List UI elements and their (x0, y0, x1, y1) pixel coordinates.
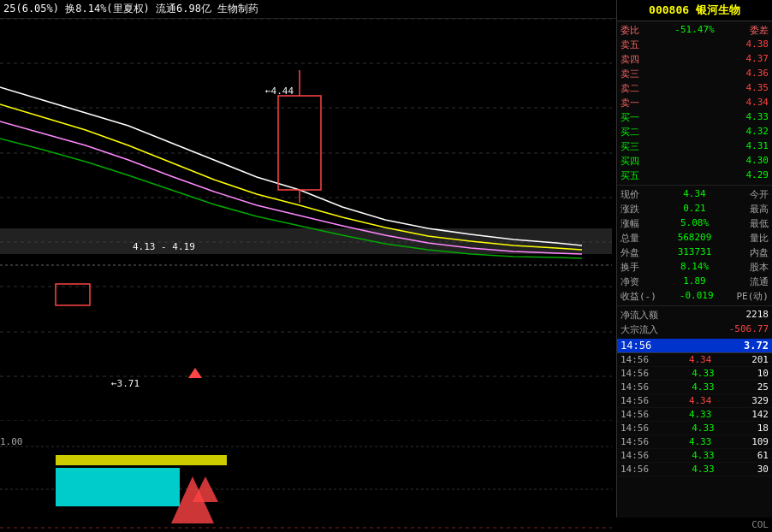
col-label: COL (616, 517, 772, 532)
svg-text:←4.44: ←4.44 (265, 86, 294, 97)
sell3-row: 卖三 4.36 (621, 67, 769, 81)
sell5-price: 4.38 (746, 38, 769, 51)
ticker-row-2: 14:56 4.33 10 (617, 367, 772, 381)
right-panel: 000806 银河生物 委比 -51.47% 委差 卖五 4.38 卖四 4.3… (616, 0, 772, 532)
buy5-row: 买五 4.29 (621, 168, 769, 183)
sell5-row: 卖五 4.38 (621, 38, 769, 52)
zhandie-label: 涨跌 (621, 203, 639, 216)
ticker-row-9: 14:56 4.33 30 (617, 463, 772, 476)
weibo-value: -51.47% (674, 24, 714, 37)
sell1-price: 4.34 (746, 97, 769, 109)
buy2-price: 4.32 (746, 126, 769, 139)
svg-text:4.13 - 4.19: 4.13 - 4.19 (133, 241, 195, 252)
buy1-price: 4.33 (746, 111, 769, 124)
stat-huanshou: 换手 8.14% 股本 (621, 260, 769, 275)
stat-jingzi: 净资 1.89 流通 (621, 275, 769, 289)
buy1-label: 买一 (621, 111, 639, 124)
svg-rect-14 (56, 284, 90, 305)
ticker-row-8: 14:56 4.33 61 (617, 449, 772, 463)
ticker-row-3: 14:56 4.33 25 (617, 381, 772, 394)
netflow-row2: 大宗流入 -506.77 (621, 322, 769, 337)
sell1-row: 卖一 4.34 (621, 96, 769, 110)
netflow-row1: 净流入额 2218 (621, 308, 769, 322)
liutong-label: 流通 (750, 275, 769, 288)
buy4-label: 买四 (621, 155, 639, 168)
svg-rect-23 (56, 455, 227, 465)
main-chart-svg: ←4.44 4.13 - 4.19 ←3.71 (0, 19, 616, 421)
ticker-row-7: 14:56 4.33 109 (617, 435, 772, 449)
shouyi-label: 收益(-) (621, 290, 656, 303)
zhangfu-label: 涨幅 (621, 217, 639, 230)
dazong-label: 大宗流入 (621, 323, 658, 336)
sell4-row: 卖四 4.37 (621, 52, 769, 67)
weibo-row: 委比 -51.47% 委差 (621, 23, 769, 38)
stat-zhangfu: 涨幅 5.08% 最低 (621, 216, 769, 231)
svg-text:1.00: 1.00 (0, 436, 23, 447)
waipan-value: 313731 (678, 246, 712, 259)
current-price-value: 3.72 (744, 340, 769, 352)
buy5-price: 4.29 (746, 169, 769, 182)
stat-shouyi: 收益(-) -0.019 PE(动) (621, 289, 769, 304)
stat-zongliang: 总量 568209 量比 (621, 231, 769, 245)
volume-area: 1.00 (0, 421, 616, 532)
stock-header: 000806 银河生物 (617, 0, 772, 21)
buy3-price: 4.31 (746, 140, 769, 153)
current-price-time: 14:56 (621, 340, 651, 352)
huanshou-value: 8.14% (680, 261, 709, 274)
ticker-area: 14:56 4.34 201 14:56 4.33 10 14:56 4.33 … (617, 352, 772, 498)
top-info-bar: 25(6.05%) 换8.14%(里夏权) 流通6.98亿 生物制药 (0, 0, 616, 19)
svg-rect-11 (278, 96, 321, 190)
jingzi-value: 1.89 (683, 275, 706, 288)
ticker-row-1: 14:56 4.34 201 (617, 353, 772, 367)
svg-rect-24 (56, 468, 180, 506)
liangbi-label: 量比 (750, 232, 769, 245)
stock-info: 25(6.05%) 换8.14%(里夏权) 流通6.98亿 生物制药 (3, 2, 258, 16)
zhangfu-value: 5.08% (680, 217, 709, 230)
buy3-label: 买三 (621, 140, 639, 153)
buy2-label: 买二 (621, 126, 639, 139)
ticker-row-5: 14:56 4.33 142 (617, 408, 772, 422)
xianjia-label: 现价 (621, 188, 639, 201)
jingzi-label: 净资 (621, 275, 639, 288)
neipan-label: 内盘 (750, 246, 769, 259)
buy5-label: 买五 (621, 169, 639, 182)
buy4-price: 4.30 (746, 155, 769, 168)
svg-rect-10 (0, 228, 612, 254)
sell4-price: 4.37 (746, 53, 769, 66)
guben-label: 股本 (750, 261, 769, 274)
pe-label: PE(动) (737, 290, 769, 303)
buy1-row: 买一 4.33 (621, 110, 769, 125)
sell4-label: 卖四 (621, 53, 639, 66)
zhandie-value: 0.21 (683, 203, 706, 216)
buy3-row: 买三 4.31 (621, 139, 769, 154)
sell2-price: 4.35 (746, 82, 769, 95)
zuigao-label: 最高 (750, 203, 769, 216)
zongliang-value: 568209 (678, 232, 712, 245)
sell2-row: 卖二 4.35 (621, 81, 769, 96)
netflow-value: 2218 (746, 309, 769, 322)
zongliang-label: 总量 (621, 232, 639, 245)
jinkao-label: 今开 (750, 188, 769, 201)
waipan-label: 外盘 (621, 246, 639, 259)
huanshou-label: 换手 (621, 261, 639, 274)
sell3-price: 4.36 (746, 68, 769, 80)
svg-text:←3.71: ←3.71 (111, 378, 140, 389)
weisha-label: 委差 (750, 24, 769, 37)
stats-section: 现价 4.34 今开 涨跌 0.21 最高 涨幅 5.08% 最低 总量 568… (617, 185, 772, 305)
sell3-label: 卖三 (621, 68, 639, 80)
order-book: 委比 -51.47% 委差 卖五 4.38 卖四 4.37 卖三 4.36 卖二… (617, 21, 772, 185)
xianjia-value: 4.34 (683, 188, 706, 201)
volume-svg: 1.00 (0, 421, 616, 532)
svg-marker-18 (188, 368, 202, 378)
sell1-label: 卖一 (621, 97, 639, 109)
sell5-label: 卖五 (621, 38, 639, 51)
dazong-value: -506.77 (729, 323, 769, 336)
stat-zhandie: 涨跌 0.21 最高 (621, 202, 769, 216)
zuidi-label: 最低 (750, 217, 769, 230)
current-price-row: 14:56 3.72 (617, 339, 772, 352)
stat-waipan: 外盘 313731 内盘 (621, 245, 769, 260)
netflow-label: 净流入额 (621, 309, 658, 322)
shouyi-value: -0.019 (680, 290, 714, 303)
stat-xianjia: 现价 4.34 今开 (621, 187, 769, 202)
netflow-section: 净流入额 2218 大宗流入 -506.77 (617, 305, 772, 339)
